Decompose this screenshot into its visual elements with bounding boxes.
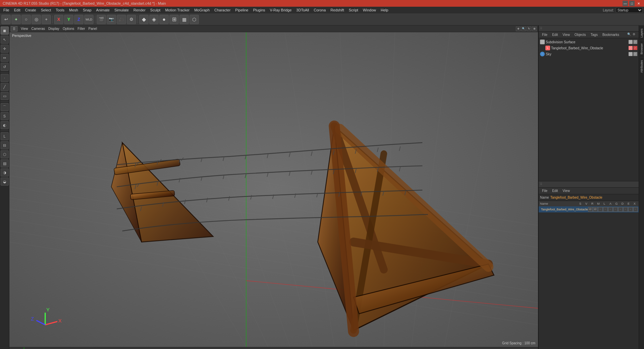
menu-snap[interactable]: Snap [81,7,94,13]
tool-select-model[interactable]: ◼ [1,27,9,35]
toolbar-grid-toggle[interactable]: ▦ [179,15,189,24]
vp-menu-filter[interactable]: Filter [76,27,86,31]
menu-simulate[interactable]: Simulate [112,7,131,13]
toolbar-xray[interactable]: ⬡ [190,15,199,24]
menu-3dtoall[interactable]: 3DToAll [294,7,311,13]
toolbar-undo[interactable]: ↩ [1,15,11,24]
side-tab-attributes[interactable]: Attributes [639,57,644,76]
tool-knife[interactable]: ⌒ [1,103,9,111]
menu-redshift[interactable]: Redshift [328,7,346,13]
tool-layer[interactable]: ⊟ [1,141,9,149]
toolbar-x-axis[interactable]: X [54,15,63,24]
menu-render[interactable]: Render [131,7,148,13]
menu-motiontracker[interactable]: Motion Tracker [163,7,192,13]
toolbar-z-axis[interactable]: Z [74,15,84,24]
toolbar-render-region[interactable]: 🎬 [97,15,106,24]
flag-s[interactable]: ☑ [588,207,593,212]
vp-nav-move[interactable]: ⊕ [516,27,521,31]
side-tab-layers[interactable]: Layers [639,26,644,40]
obj-search-icon[interactable]: 🔍 [627,33,632,37]
menu-pipeline[interactable]: Pipeline [233,7,250,13]
toolbar-live[interactable]: ○ [21,15,31,24]
obj-row-sky[interactable]: ○ Sky ✓ ✓ [539,51,639,57]
maximize-button[interactable]: □ [629,1,635,6]
obj-tab-edit[interactable]: Edit [550,32,560,37]
toolbar-box[interactable]: ⊞ [169,15,179,24]
toolbar-shading[interactable]: ◆ [139,15,149,24]
flag-g[interactable]: · [618,207,623,212]
tool-spline[interactable]: L [1,132,9,140]
toolbar-flat[interactable]: ● [159,15,169,24]
menu-select[interactable]: Select [39,7,53,13]
menu-animate[interactable]: Animate [94,7,112,13]
vp-menu-options[interactable]: Options [61,27,75,31]
menu-sculpt[interactable]: Sculpt [148,7,163,13]
toolbar-add[interactable]: + [11,15,21,24]
tool-sculpt3[interactable]: ◒ [1,178,9,186]
vp-nav-frame[interactable]: ⊞ [532,27,537,31]
menu-script[interactable]: Script [347,7,360,13]
obj-tab-objects[interactable]: Objects [573,32,588,37]
flag-e[interactable]: · [628,207,633,212]
toolbar-render-settings[interactable]: ⚙ [127,15,136,24]
flag-x[interactable]: · [633,207,638,212]
obj-gear-icon[interactable]: ⚙ [633,33,637,37]
tool-sculpt2[interactable]: ◑ [1,168,9,177]
tool-edges[interactable]: ╱ [1,83,9,91]
tool-rotate[interactable]: ↺ [1,63,9,71]
vp-menu-display[interactable]: Display [47,27,61,31]
obj-sky-vis[interactable]: ✓ [629,52,633,56]
obj-row-subdivision[interactable]: ⬡ Subdivision Surface ✓ ✓ [539,39,639,45]
menu-vraybridge[interactable]: V-Ray Bridge [268,7,294,13]
menu-file[interactable]: File [1,7,11,13]
obj-tab-file[interactable]: File [540,32,549,37]
obj-tanglefoot-render[interactable]: ✓ [633,46,637,50]
attr-tab-view[interactable]: View [560,188,572,193]
menu-tools[interactable]: Tools [54,7,66,13]
vp-menu-cameras[interactable]: Cameras [30,27,47,31]
attr-tab-edit[interactable]: Edit [550,188,560,193]
toolbar-more[interactable]: + [42,15,51,24]
toolbar-render-pic[interactable]: 📷 [107,15,116,24]
toolbar-y-axis[interactable]: Y [64,15,73,24]
vp-nav-zoom[interactable]: 🔍 [521,27,526,31]
obj-tab-bookmarks[interactable]: Bookmarks [600,32,621,37]
attr-tab-file[interactable]: File [540,188,549,193]
tool-polygons[interactable]: ▭ [1,92,9,100]
close-button[interactable]: ✕ [636,1,641,6]
vp-menu-view[interactable]: View [19,27,30,31]
menu-corona[interactable]: Corona [312,7,328,13]
menu-character[interactable]: Character [212,7,232,13]
obj-vis-flag[interactable]: ✓ [629,40,633,44]
tool-points[interactable]: · [1,74,9,82]
menu-help[interactable]: Help [379,7,390,13]
tool-select-obj[interactable]: ↖ [1,36,9,44]
flag-l[interactable]: · [608,207,613,212]
tool-move[interactable]: ✛ [1,45,9,53]
viewport[interactable]: Perspective Grid Spacing : 100 cm [9,32,538,347]
viewport-menu-toggle[interactable]: ☰ [11,26,17,32]
flag-a[interactable]: · [613,207,618,212]
menu-edit[interactable]: Edit [12,7,22,13]
toolbar-render-all[interactable]: 🎥 [117,15,126,24]
attr-tanglefoot-row[interactable]: Tanglefoot_Barbed_Wire_Obstacle ☑ ☑ · · … [539,206,639,212]
vp-menu-panel[interactable]: Panel [87,27,99,31]
menu-create[interactable]: Create [23,7,38,13]
menu-mesh[interactable]: Mesh [67,7,80,13]
vp-nav-orbit[interactable]: ↻ [527,27,531,31]
flag-r[interactable]: · [598,207,603,212]
obj-sky-render[interactable]: ✓ [633,52,637,56]
obj-render-flag[interactable]: ✓ [633,40,637,44]
flag-v[interactable]: ☑ [593,207,598,212]
tool-fill[interactable]: ▤ [1,159,9,167]
menu-plugins[interactable]: Plugins [251,7,267,13]
obj-tab-view[interactable]: View [560,32,572,37]
obj-tanglefoot-vis[interactable]: ✓ [629,46,633,50]
flag-m[interactable]: · [603,207,608,212]
menu-mograph[interactable]: MoGraph [192,7,212,13]
menu-window[interactable]: Window [361,7,378,13]
tool-magnet[interactable]: S [1,112,9,120]
tool-extrude[interactable]: ⬡ [1,150,9,158]
obj-tab-tags[interactable]: Tags [589,32,600,37]
toolbar-paint[interactable]: ◎ [32,15,41,24]
